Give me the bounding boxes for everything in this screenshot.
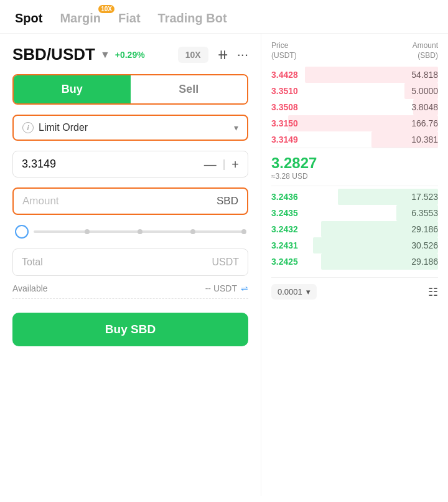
candlestick-icon[interactable]: ⧺ (217, 47, 228, 63)
bid-price: 3.2431 (271, 240, 298, 250)
order-type-label: Limit Order (39, 122, 88, 133)
order-book-header: Price (USDT) Amount (SBD) (271, 41, 438, 60)
bid-row[interactable]: 3.2425 29.186 (271, 253, 438, 270)
ask-price: 3.3149 (271, 135, 298, 144)
slider-tick-1 (85, 229, 90, 234)
bid-rows: 3.2436 17.523 3.2435 6.3553 3.2432 29.18… (271, 189, 438, 270)
total-row: Total USDT (12, 249, 248, 276)
interval-value: 0.0001 (278, 287, 302, 296)
slider-thumb[interactable] (15, 225, 29, 239)
margin-badge: 10X (98, 5, 114, 13)
price-decrease-button[interactable]: — (204, 158, 217, 171)
pair-title: SBD/USDT ▼ +0.29% (12, 45, 145, 64)
ask-price: 3.3510 (271, 86, 298, 96)
bid-price: 3.2432 (271, 224, 298, 234)
price-column-header: Price (USDT) (271, 41, 297, 60)
pair-name[interactable]: SBD/USDT (12, 45, 95, 64)
slider-track[interactable] (34, 230, 246, 233)
transfer-icon[interactable]: ⇌ (241, 283, 248, 293)
pair-dropdown-icon[interactable]: ▼ (100, 49, 110, 60)
available-row: Available -- USDT ⇌ (12, 283, 248, 299)
ask-row[interactable]: 3.3150 166.76 (271, 115, 438, 131)
mid-price-row: 3.2827 ≈3.28 USD (271, 148, 438, 186)
total-unit: USDT (212, 257, 239, 268)
top-nav: Spot Margin 10X Fiat Trading Bot (0, 0, 448, 34)
buy-submit-button[interactable]: Buy SBD (12, 313, 248, 346)
price-input-row: 3.3149 — | + (12, 151, 248, 178)
price-divider: | (223, 158, 226, 171)
order-book-bottom: 0.0001 ▾ ☷ (271, 277, 438, 300)
total-label: Total (22, 257, 43, 268)
order-type-dropdown[interactable]: i Limit Order ▾ (12, 115, 248, 141)
amount-unit: SBD (217, 195, 238, 207)
ask-price: 3.4428 (271, 70, 298, 80)
amount-input[interactable]: Amount (22, 195, 59, 207)
ask-rows: 3.4428 54.818 3.3510 5.0000 3.3508 3.804… (271, 67, 438, 148)
bid-price: 3.2425 (271, 257, 298, 267)
info-icon: i (22, 122, 34, 133)
interval-selector[interactable]: 0.0001 ▾ (271, 284, 317, 300)
chevron-down-icon: ▾ (234, 123, 238, 133)
nav-item-spot[interactable]: Spot (15, 11, 42, 26)
ask-row[interactable]: 3.3510 5.0000 (271, 83, 438, 99)
amount-slider-row (12, 225, 248, 239)
view-toggle-icon[interactable]: ☷ (428, 285, 438, 299)
leverage-badge[interactable]: 10X (178, 47, 208, 63)
ask-price: 3.3508 (271, 102, 298, 112)
pair-actions: 10X ⧺ ··· (178, 47, 248, 63)
buy-sell-tabs: Buy Sell (12, 74, 248, 105)
nav-item-fiat[interactable]: Fiat (118, 11, 141, 26)
slider-tick-2 (138, 229, 142, 234)
mid-price-usd: ≈3.28 USD (271, 172, 308, 181)
available-amount: -- USDT (205, 283, 237, 293)
ask-row[interactable]: 3.4428 54.818 (271, 67, 438, 83)
slider-tick-3 (190, 229, 195, 234)
more-options-icon[interactable]: ··· (237, 47, 248, 63)
mid-price: 3.2827 (271, 154, 317, 172)
main-layout: SBD/USDT ▼ +0.29% 10X ⧺ ··· Buy Sell i L… (0, 34, 448, 496)
bid-price: 3.2435 (271, 208, 298, 218)
bid-row[interactable]: 3.2432 29.186 (271, 221, 438, 237)
pair-header: SBD/USDT ▼ +0.29% 10X ⧺ ··· (12, 45, 248, 64)
bid-row[interactable]: 3.2435 6.3553 (271, 205, 438, 221)
order-book-panel: Price (USDT) Amount (SBD) 3.4428 54.818 … (261, 34, 448, 496)
sell-tab[interactable]: Sell (131, 75, 248, 103)
buy-tab[interactable]: Buy (14, 75, 131, 103)
amount-input-row[interactable]: Amount SBD (12, 187, 248, 215)
bid-price: 3.2436 (271, 192, 298, 202)
interval-dropdown-icon: ▾ (306, 287, 310, 296)
available-label: Available (12, 283, 48, 293)
order-type-left: i Limit Order (22, 122, 88, 133)
bid-row[interactable]: 3.2431 30.526 (271, 237, 438, 253)
bid-row[interactable]: 3.2436 17.523 (271, 189, 438, 205)
ask-row[interactable]: 3.3149 10.381 (271, 131, 438, 148)
available-value: -- USDT ⇌ (205, 283, 248, 293)
left-panel: SBD/USDT ▼ +0.29% 10X ⧺ ··· Buy Sell i L… (0, 34, 261, 496)
price-controls: — | + (204, 158, 239, 171)
price-increase-button[interactable]: + (231, 158, 239, 171)
nav-item-trading-bot[interactable]: Trading Bot (158, 11, 227, 26)
price-value[interactable]: 3.3149 (22, 158, 56, 171)
nav-item-margin[interactable]: Margin 10X (60, 11, 101, 26)
pair-change: +0.29% (115, 50, 145, 60)
slider-tick-4 (241, 229, 246, 234)
ask-row[interactable]: 3.3508 3.8048 (271, 99, 438, 115)
amount-column-header: Amount (SBD) (413, 41, 438, 60)
